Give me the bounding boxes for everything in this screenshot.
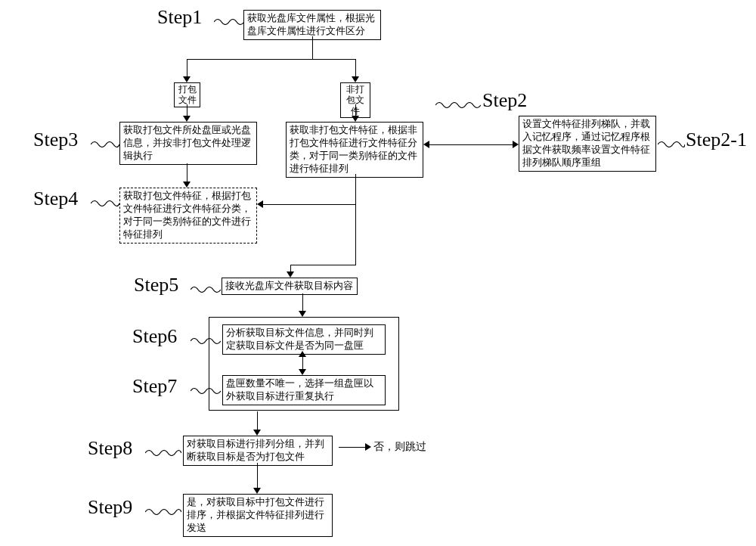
arrow: [299, 311, 306, 317]
arrow: [287, 271, 294, 278]
conn: [257, 411, 258, 430]
node-step2-1: 设置文件特征排列梯队，并载入记忆程序，通过记忆程序根据文件获取频率设置文件特征排…: [519, 116, 656, 172]
squiggle-step9: [145, 507, 181, 517]
label-step4: Step4: [33, 188, 78, 210]
arrow: [257, 200, 263, 208]
arrow: [183, 76, 191, 82]
conn: [355, 59, 356, 77]
conn: [187, 59, 187, 77]
arrow: [352, 76, 359, 82]
conn: [263, 204, 356, 205]
arrow: [423, 141, 429, 148]
squiggle-step2-1: [658, 139, 685, 150]
arrow: [513, 141, 519, 148]
conn: [302, 355, 303, 370]
node-skip: 否，则跳过: [373, 440, 426, 454]
squiggle-step2: [435, 100, 481, 110]
arrow: [352, 116, 359, 122]
squiggle-step5: [191, 284, 221, 295]
conn: [339, 447, 365, 448]
label-step6: Step6: [132, 325, 177, 348]
label-step9: Step9: [88, 496, 132, 519]
conn: [290, 265, 356, 265]
node-step1: 获取光盘库文件属性，根据光盘库文件属性进行文件区分: [243, 10, 381, 40]
conn: [312, 36, 313, 59]
node-step7: 盘匣数量不唯一，选择一组盘匣以外获取目标进行重复执行: [222, 375, 386, 405]
node-branch-pack-file: 打包文件: [174, 82, 200, 107]
squiggle-step3: [91, 139, 119, 150]
arrow: [299, 351, 306, 357]
label-step3: Step3: [33, 129, 78, 151]
arrow: [183, 116, 191, 122]
label-step2: Step2: [482, 89, 527, 112]
conn: [429, 144, 513, 145]
label-step7: Step7: [132, 375, 177, 398]
node-step2: 获取非打包文件特征，根据非打包文件特征进行文件特征分类，对于同一类别特征的文件进…: [286, 122, 423, 178]
conn: [187, 163, 187, 183]
node-step5: 接收光盘库文件获取目标内容: [222, 278, 358, 295]
node-step8: 对获取目标进行排列分组，并判断获取目标是否为打包文件: [183, 436, 333, 466]
label-step1: Step1: [157, 6, 202, 29]
conn: [302, 293, 303, 312]
conn: [187, 59, 356, 60]
squiggle-step8: [145, 448, 181, 458]
arrow: [253, 430, 261, 436]
label-step5: Step5: [134, 274, 178, 296]
node-step4: 获取打包文件特征，根据打包文件特征进行文件特征分类，对于同一类别特征的文件进行特…: [119, 188, 257, 244]
squiggle-step1: [214, 17, 244, 27]
conn: [355, 204, 356, 265]
node-step9: 是，对获取目标中打包文件进行排序，并根据文件特征排列进行发送: [183, 494, 333, 537]
conn: [355, 174, 356, 204]
arrow: [253, 488, 261, 494]
label-step2-1: Step2-1: [686, 129, 747, 151]
node-step6: 分析获取目标文件信息，并同时判定获取目标文件是否为同一盘匣: [222, 324, 386, 355]
node-step3: 获取打包文件所处盘匣或光盘信息，并按非打包文件处理逻辑执行: [119, 122, 257, 165]
conn: [257, 463, 258, 489]
arrow: [299, 369, 306, 375]
arrow: [183, 181, 191, 188]
arrow: [365, 443, 371, 451]
label-step8: Step8: [88, 437, 132, 460]
squiggle-step4: [91, 198, 119, 209]
